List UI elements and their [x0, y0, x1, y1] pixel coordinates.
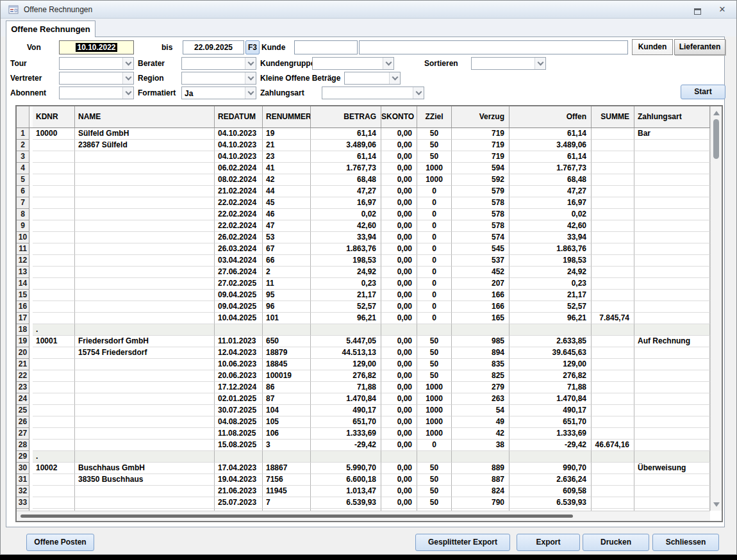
cell-zziel[interactable]: 50 [417, 140, 452, 151]
cell-kdnr[interactable] [33, 232, 75, 243]
cell-zziel[interactable]: 1000 [417, 428, 452, 440]
cell-offen[interactable]: -29,42 [509, 440, 592, 451]
cell-renummer[interactable]: 44 [263, 186, 311, 197]
cell-skonto[interactable]: 0,00 [381, 486, 417, 497]
row-selector[interactable]: 31 [17, 474, 29, 486]
cell-skonto[interactable]: 0,00 [381, 197, 417, 209]
column-header-zziel[interactable]: ZZiel [417, 106, 452, 128]
cell-zahlungsart[interactable] [634, 243, 710, 255]
cell-redatum[interactable]: 09.04.2025 [215, 290, 263, 301]
cell-kdnr[interactable] [33, 197, 75, 209]
cell-verzug[interactable]: 38 [452, 440, 509, 451]
cell-kdnr[interactable] [33, 163, 75, 174]
cell-zziel[interactable]: 0 [417, 197, 452, 209]
cell-summe[interactable] [592, 416, 634, 428]
cell-summe[interactable] [592, 267, 634, 278]
cell-zahlungsart[interactable] [634, 370, 710, 382]
cell-redatum[interactable]: 17.04.2023 [215, 463, 263, 474]
cell-renummer[interactable]: 67 [263, 243, 311, 255]
cell-name[interactable] [75, 382, 215, 393]
cell-zziel[interactable]: 1000 [417, 382, 452, 393]
cell-renummer[interactable]: 23 [263, 151, 311, 163]
cell-verzug[interactable]: 719 [452, 140, 509, 151]
kunde-nr-input[interactable] [294, 40, 358, 54]
row-selector[interactable]: 11 [17, 243, 29, 255]
cell-name[interactable] [75, 186, 215, 197]
row-selector[interactable]: 4 [17, 163, 29, 174]
cell-zziel[interactable]: 50 [417, 128, 452, 140]
cell-zahlungsart[interactable] [634, 428, 710, 440]
cell-kdnr[interactable] [33, 220, 75, 232]
cell-skonto[interactable] [381, 451, 417, 463]
row-selector[interactable]: 32 [17, 486, 29, 497]
cell-renummer[interactable]: 105 [263, 416, 311, 428]
cell-renummer[interactable]: 106 [263, 428, 311, 440]
cell-skonto[interactable]: 0,00 [381, 140, 417, 151]
row-selector[interactable]: 8 [17, 209, 29, 220]
cell-betrag[interactable]: 3.489,06 [311, 140, 381, 151]
cell-zziel[interactable]: 50 [417, 486, 452, 497]
vertical-scrollbar-thumb[interactable] [713, 119, 719, 159]
cell-skonto[interactable]: 0,00 [381, 186, 417, 197]
cell-redatum[interactable]: 21.02.2024 [215, 186, 263, 197]
row-selector[interactable]: 24 [17, 393, 29, 405]
cell-verzug[interactable]: 578 [452, 197, 509, 209]
column-header-kdnr[interactable]: KDNR [33, 106, 75, 128]
row-selector[interactable]: 2 [17, 140, 29, 151]
cell-redatum[interactable]: 22.02.2024 [215, 209, 263, 220]
cell-zahlungsart[interactable]: Auf Rechnung [634, 336, 710, 347]
formatiert-dropdown[interactable]: Ja [181, 86, 256, 99]
cell-redatum[interactable]: 04.10.2023 [215, 140, 263, 151]
row-selector[interactable]: 1 [17, 128, 29, 140]
cell-offen[interactable] [509, 451, 592, 463]
cell-kdnr[interactable]: . [33, 451, 75, 463]
cell-renummer[interactable]: 18845 [263, 359, 311, 370]
row-selector[interactable]: 13 [17, 267, 29, 278]
cell-renummer[interactable]: 18867 [263, 463, 311, 474]
cell-redatum[interactable]: 10.04.2025 [215, 313, 263, 324]
cell-skonto[interactable]: 0,00 [381, 463, 417, 474]
cell-redatum[interactable]: 04.10.2023 [215, 151, 263, 163]
cell-skonto[interactable]: 0,00 [381, 370, 417, 382]
cell-renummer[interactable]: 45 [263, 197, 311, 209]
cell-skonto[interactable]: 0,00 [381, 301, 417, 313]
cell-summe[interactable] [592, 301, 634, 313]
cell-verzug[interactable]: 825 [452, 370, 509, 382]
cell-summe[interactable] [592, 186, 634, 197]
cell-skonto[interactable]: 0,00 [381, 428, 417, 440]
cell-betrag[interactable]: 276,82 [311, 370, 381, 382]
scroll-down-icon[interactable] [711, 499, 722, 509]
cell-zahlungsart[interactable] [634, 255, 710, 267]
cell-zahlungsart[interactable] [634, 486, 710, 497]
cell-zahlungsart[interactable] [634, 186, 710, 197]
cell-zahlungsart[interactable]: Überweisung [634, 463, 710, 474]
cell-skonto[interactable]: 0,00 [381, 347, 417, 359]
cell-betrag[interactable]: 44.513,13 [311, 347, 381, 359]
export-button[interactable]: Export [517, 534, 580, 551]
cell-skonto[interactable]: 0,00 [381, 336, 417, 347]
cell-offen[interactable]: 990,70 [509, 463, 592, 474]
cell-name[interactable] [75, 220, 215, 232]
cell-betrag[interactable]: 6.539,93 [311, 497, 381, 509]
cell-renummer[interactable]: 47 [263, 220, 311, 232]
column-header-redatum[interactable]: REDATUM [215, 106, 263, 128]
cell-renummer[interactable]: 18879 [263, 347, 311, 359]
row-selector[interactable]: 29 [17, 451, 29, 463]
cell-verzug[interactable] [452, 324, 509, 336]
cell-zziel[interactable]: 50 [417, 347, 452, 359]
cell-redatum[interactable]: 12.04.2023 [215, 347, 263, 359]
cell-zahlungsart[interactable] [634, 313, 710, 324]
cell-redatum[interactable]: 10.06.2023 [215, 359, 263, 370]
cell-renummer[interactable]: 104 [263, 405, 311, 416]
cell-renummer[interactable]: 2 [263, 267, 311, 278]
cell-skonto[interactable]: 0,00 [381, 382, 417, 393]
bis-date-input[interactable]: 22.09.2025 [183, 40, 244, 54]
cell-skonto[interactable] [381, 324, 417, 336]
cell-kdnr[interactable] [33, 174, 75, 186]
cell-summe[interactable] [592, 336, 634, 347]
row-selector[interactable]: 27 [17, 428, 29, 440]
region-dropdown[interactable] [181, 72, 256, 85]
cell-name[interactable] [75, 267, 215, 278]
cell-verzug[interactable]: 207 [452, 278, 509, 290]
cell-name[interactable] [75, 393, 215, 405]
